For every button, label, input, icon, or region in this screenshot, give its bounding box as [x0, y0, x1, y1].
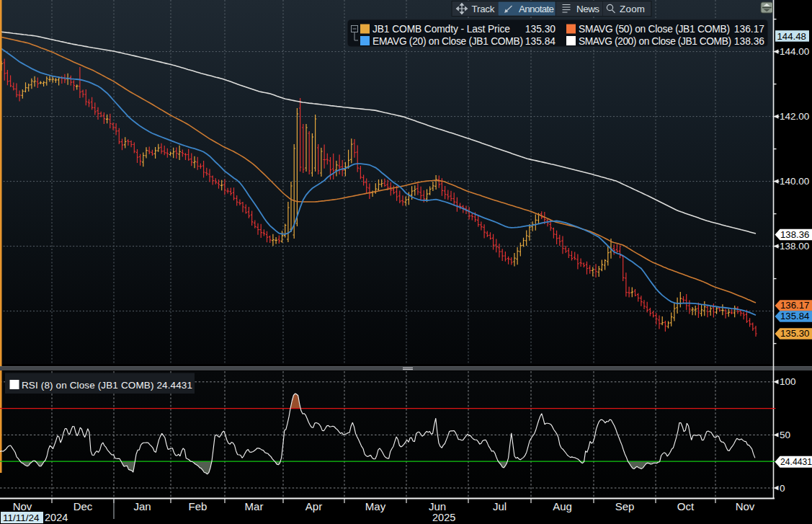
svg-text:Sep: Sep	[615, 500, 635, 512]
svg-text:138.00: 138.00	[780, 241, 809, 252]
svg-text:Annotate: Annotate	[519, 4, 554, 14]
svg-text:Apr: Apr	[305, 500, 322, 512]
svg-text:Dec: Dec	[73, 500, 93, 512]
svg-text:SMAVG (200) on Close (JB1 COM: SMAVG (200) on Close (JB1 COMB)	[579, 36, 731, 47]
svg-text:RSI (8) on Close (JB1 COMB) 2: RSI (8) on Close (JB1 COMB) 24.4431	[22, 380, 192, 391]
svg-text:Feb: Feb	[189, 500, 208, 512]
svg-text:Oct: Oct	[677, 500, 695, 512]
svg-text:136.17: 136.17	[780, 300, 809, 311]
svg-text:135.84: 135.84	[780, 311, 809, 321]
svg-text:144.00: 144.00	[780, 46, 809, 57]
svg-text:50: 50	[780, 430, 790, 440]
svg-text:140.00: 140.00	[780, 176, 809, 187]
svg-text:2024: 2024	[45, 512, 68, 523]
svg-text:Jan: Jan	[133, 500, 151, 512]
svg-text:Zoom: Zoom	[620, 4, 645, 14]
svg-text:144.48: 144.48	[777, 31, 806, 42]
svg-text:SMAVG (50) on Close (JB1 COMB: SMAVG (50) on Close (JB1 COMB)	[579, 24, 730, 35]
svg-text:EMAVG (20) on Close (JB1 COMB: EMAVG (20) on Close (JB1 COMB)	[372, 36, 523, 47]
svg-text:136.17: 136.17	[734, 24, 764, 35]
svg-text:News: News	[576, 4, 599, 14]
svg-text:100: 100	[780, 376, 796, 387]
svg-text:JB1 COMB Comdty - Last Price: JB1 COMB Comdty - Last Price	[372, 24, 510, 35]
svg-text:138.36: 138.36	[734, 36, 765, 47]
svg-text:Nov: Nov	[13, 500, 32, 512]
svg-text:Nov: Nov	[736, 500, 755, 512]
svg-text:Jun: Jun	[429, 500, 446, 512]
svg-text:Mar: Mar	[245, 500, 264, 512]
svg-text:0: 0	[780, 483, 785, 494]
svg-text:135.30: 135.30	[525, 24, 556, 35]
svg-text:11/11/24: 11/11/24	[3, 512, 40, 523]
svg-text:Jul: Jul	[493, 500, 507, 512]
svg-text:135.30: 135.30	[780, 328, 809, 339]
svg-text:Track: Track	[472, 4, 495, 14]
svg-text:Aug: Aug	[553, 500, 572, 512]
svg-text:24.4431: 24.4431	[780, 457, 812, 467]
svg-text:2025: 2025	[432, 512, 455, 523]
svg-text:135.84: 135.84	[525, 36, 556, 47]
svg-text:142.00: 142.00	[780, 111, 809, 122]
svg-text:May: May	[365, 500, 386, 512]
svg-text:138.36: 138.36	[780, 229, 809, 240]
